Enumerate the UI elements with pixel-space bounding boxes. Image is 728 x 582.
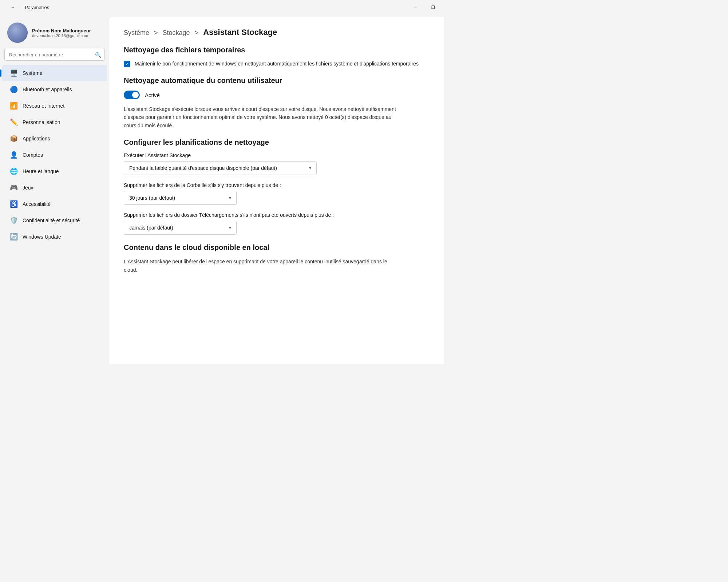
breadcrumb-part2: Stockage [163, 29, 190, 36]
toggle-label: Activé [145, 92, 160, 98]
corbeille-dropdown[interactable]: 30 jours (par défaut) ▾ [124, 191, 237, 205]
search-input[interactable] [4, 49, 105, 61]
heure-icon: 🌐 [9, 167, 18, 176]
run-dropdown-value: Pendant la faible quantité d'espace disq… [129, 165, 277, 171]
section4-title: Contenu dans le cloud disponible en loca… [124, 243, 429, 252]
comptes-icon: 👤 [9, 151, 18, 159]
sidebar-item-label-confidentialite: Confidentialité et sécurité [23, 218, 80, 223]
sidebar-item-jeux[interactable]: 🎮Jeux [2, 180, 107, 196]
sidebar-item-comptes[interactable]: 👤Comptes [2, 147, 107, 163]
section4-description: L'Assistant Stockage peut libérer de l'e… [124, 258, 397, 274]
sidebar-item-label-heure: Heure et langue [23, 168, 59, 174]
sidebar-item-bluetooth[interactable]: 🔵Bluetooth et appareils [2, 81, 107, 97]
bluetooth-icon: 🔵 [9, 85, 18, 94]
breadcrumb-part1: Système [124, 29, 149, 36]
user-info: Prénom Nom Mailongueur devemailuser20.13… [32, 28, 91, 38]
sidebar-item-label-bluetooth: Bluetooth et appareils [23, 87, 72, 92]
sidebar-item-label-reseau: Réseau et Internet [23, 103, 64, 109]
temp-files-label: Maintenir le bon fonctionnement de Windo… [135, 60, 419, 68]
sidebar-item-update[interactable]: 🔄Windows Update [2, 229, 107, 245]
telechargements-dropdown-chevron: ▾ [229, 225, 231, 230]
section1-title: Nettoyage des fichiers temporaires [124, 46, 429, 54]
reseau-icon: 📶 [9, 101, 18, 110]
breadcrumb: Système > Stockage > Assistant Stockage [124, 28, 429, 37]
sidebar-item-perso[interactable]: ✏️Personnalisation [2, 114, 107, 130]
sidebar-item-label-accessibilite: Accessibilité [23, 201, 51, 207]
run-dropdown-chevron: ▾ [309, 166, 311, 171]
corbeille-label: Supprimer les fichiers de la Corbeille s… [124, 182, 429, 188]
breadcrumb-current: Assistant Stockage [203, 28, 277, 37]
breadcrumb-sep1: > [154, 29, 158, 36]
nav-list: 🖥️Système🔵Bluetooth et appareils📶Réseau … [0, 65, 109, 245]
sidebar-item-label-apps: Applications [23, 136, 50, 141]
section2-title: Nettoyage automatique du contenu utilisa… [124, 76, 429, 85]
minimize-button[interactable]: — [407, 1, 424, 13]
sidebar-item-apps[interactable]: 📦Applications [2, 131, 107, 147]
checkbox-row: ✓ Maintenir le bon fonctionnement de Win… [124, 60, 429, 68]
auto-clean-toggle[interactable] [124, 91, 140, 99]
sidebar-item-label-update: Windows Update [23, 234, 61, 240]
user-email: devemailuser20.13@gmail.com [32, 33, 91, 38]
telechargements-label: Supprimer les fichiers du dossier Téléch… [124, 212, 429, 218]
perso-icon: ✏️ [9, 118, 18, 127]
sidebar-item-label-jeux: Jeux [23, 185, 33, 191]
breadcrumb-sep2: > [195, 29, 199, 36]
section3-title: Configurer les planifications de nettoya… [124, 138, 429, 147]
sidebar-item-confidentialite[interactable]: 🛡️Confidentialité et sécurité [2, 212, 107, 228]
section2-description: L'assistant Stockage s'exécute lorsque v… [124, 105, 397, 129]
avatar [7, 23, 28, 43]
back-button[interactable]: ← [4, 1, 21, 13]
accessibilite-icon: ♿ [9, 200, 18, 208]
systeme-icon: 🖥️ [9, 69, 18, 77]
toggle-knob [132, 92, 139, 98]
app-container: Prénom Nom Mailongueur devemailuser20.13… [0, 15, 446, 364]
corbeille-dropdown-chevron: ▾ [229, 195, 231, 200]
sidebar-item-label-perso: Personnalisation [23, 119, 60, 125]
titlebar-left: ← Paramètres [4, 1, 49, 13]
restore-button[interactable]: ❐ [425, 1, 442, 13]
main-content: Système > Stockage > Assistant Stockage … [109, 17, 444, 364]
sidebar-item-label-systeme: Système [23, 70, 42, 76]
telechargements-dropdown[interactable]: Jamais (par défaut) ▾ [124, 221, 237, 235]
update-icon: 🔄 [9, 232, 18, 241]
toggle-row: Activé [124, 91, 429, 99]
confidentialite-icon: 🛡️ [9, 216, 18, 225]
sidebar-item-heure[interactable]: 🌐Heure et langue [2, 163, 107, 179]
sidebar-item-accessibilite[interactable]: ♿Accessibilité [2, 196, 107, 212]
user-name: Prénom Nom Mailongueur [32, 28, 91, 33]
corbeille-dropdown-value: 30 jours (par défaut) [129, 195, 175, 201]
avatar-image [7, 23, 28, 43]
titlebar: ← Paramètres — ❐ [0, 0, 446, 15]
check-mark: ✓ [125, 62, 129, 66]
sidebar-item-systeme[interactable]: 🖥️Système [2, 65, 107, 81]
run-dropdown[interactable]: Pendant la faible quantité d'espace disq… [124, 161, 317, 175]
run-label: Exécuter l'Assistant Stockage [124, 152, 429, 158]
apps-icon: 📦 [9, 134, 18, 143]
sidebar: Prénom Nom Mailongueur devemailuser20.13… [0, 15, 109, 364]
telechargements-dropdown-value: Jamais (par défaut) [129, 225, 173, 231]
titlebar-title: Paramètres [25, 5, 49, 10]
search-box: 🔍 [4, 49, 105, 61]
jeux-icon: 🎮 [9, 183, 18, 192]
sidebar-item-reseau[interactable]: 📶Réseau et Internet [2, 98, 107, 114]
search-icon: 🔍 [95, 52, 101, 58]
user-profile: Prénom Nom Mailongueur devemailuser20.13… [0, 19, 109, 49]
temp-files-checkbox[interactable]: ✓ [124, 61, 130, 67]
titlebar-controls: — ❐ [407, 1, 442, 13]
sidebar-item-label-comptes: Comptes [23, 152, 43, 158]
